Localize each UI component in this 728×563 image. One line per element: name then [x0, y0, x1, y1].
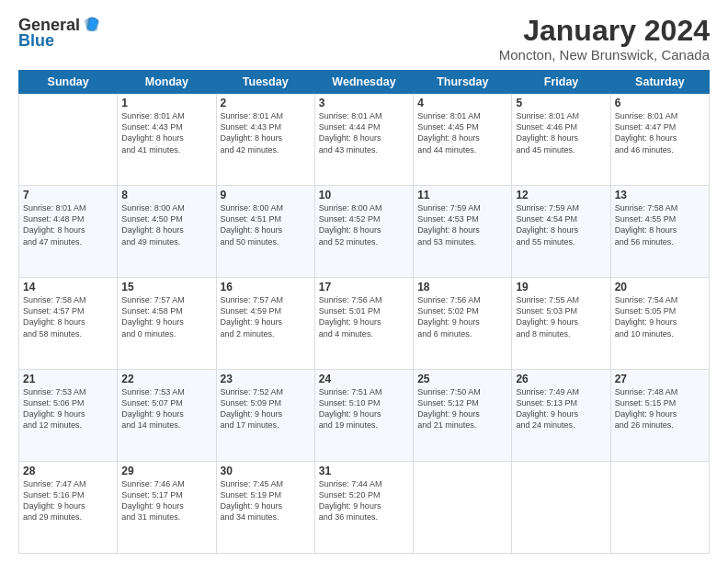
- day-number: 25: [417, 373, 507, 385]
- day-number: 18: [417, 281, 507, 293]
- day-number: 4: [417, 97, 507, 109]
- day-info: Sunrise: 8:00 AM Sunset: 4:50 PM Dayligh…: [121, 202, 211, 247]
- page: General Blue January 2024 Moncton, New B…: [0, 0, 728, 563]
- day-info: Sunrise: 7:57 AM Sunset: 4:58 PM Dayligh…: [121, 294, 211, 339]
- calendar-cell: 8Sunrise: 8:00 AM Sunset: 4:50 PM Daylig…: [118, 186, 216, 278]
- calendar-cell: 17Sunrise: 7:56 AM Sunset: 5:01 PM Dayli…: [314, 278, 413, 370]
- day-info: Sunrise: 7:50 AM Sunset: 5:12 PM Dayligh…: [417, 386, 507, 431]
- calendar-cell: 22Sunrise: 7:53 AM Sunset: 5:07 PM Dayli…: [118, 370, 216, 462]
- day-info: Sunrise: 7:59 AM Sunset: 4:53 PM Dayligh…: [417, 202, 507, 247]
- logo: General Blue: [18, 15, 102, 51]
- calendar-cell: [610, 462, 709, 554]
- day-info: Sunrise: 7:47 AM Sunset: 5:16 PM Dayligh…: [23, 478, 113, 523]
- day-number: 11: [417, 189, 507, 201]
- calendar-cell: 7Sunrise: 8:01 AM Sunset: 4:48 PM Daylig…: [19, 186, 118, 278]
- day-number: 13: [615, 189, 705, 201]
- calendar-cell: [414, 462, 512, 554]
- calendar-cell: 24Sunrise: 7:51 AM Sunset: 5:10 PM Dayli…: [314, 370, 413, 462]
- day-info: Sunrise: 7:44 AM Sunset: 5:20 PM Dayligh…: [319, 478, 409, 523]
- weekday-header-wednesday: Wednesday: [314, 71, 413, 94]
- day-number: 24: [319, 373, 409, 385]
- day-number: 1: [121, 97, 211, 109]
- day-number: 22: [121, 373, 211, 385]
- day-info: Sunrise: 8:01 AM Sunset: 4:44 PM Dayligh…: [319, 110, 409, 155]
- day-number: 9: [221, 189, 311, 201]
- day-info: Sunrise: 7:53 AM Sunset: 5:07 PM Dayligh…: [121, 386, 211, 431]
- calendar-week-4: 21Sunrise: 7:53 AM Sunset: 5:06 PM Dayli…: [19, 370, 710, 462]
- calendar-cell: 13Sunrise: 7:58 AM Sunset: 4:55 PM Dayli…: [610, 186, 709, 278]
- calendar-cell: 2Sunrise: 8:01 AM Sunset: 4:43 PM Daylig…: [216, 94, 314, 186]
- calendar-cell: 3Sunrise: 8:01 AM Sunset: 4:44 PM Daylig…: [314, 94, 413, 186]
- header: General Blue January 2024 Moncton, New B…: [18, 15, 710, 63]
- calendar-cell: 15Sunrise: 7:57 AM Sunset: 4:58 PM Dayli…: [118, 278, 216, 370]
- day-info: Sunrise: 7:56 AM Sunset: 5:02 PM Dayligh…: [417, 294, 507, 339]
- day-info: Sunrise: 7:56 AM Sunset: 5:01 PM Dayligh…: [319, 294, 409, 339]
- day-number: 28: [23, 465, 113, 477]
- title-block: January 2024 Moncton, New Brunswick, Can…: [499, 15, 710, 63]
- day-number: 27: [615, 373, 705, 385]
- day-info: Sunrise: 8:01 AM Sunset: 4:43 PM Dayligh…: [221, 110, 311, 155]
- day-number: 16: [221, 281, 311, 293]
- day-number: 6: [615, 97, 705, 109]
- calendar-cell: 4Sunrise: 8:01 AM Sunset: 4:45 PM Daylig…: [414, 94, 512, 186]
- day-info: Sunrise: 8:01 AM Sunset: 4:47 PM Dayligh…: [615, 110, 705, 155]
- calendar-cell: 16Sunrise: 7:57 AM Sunset: 4:59 PM Dayli…: [216, 278, 314, 370]
- day-number: 19: [516, 281, 606, 293]
- calendar-cell: [512, 462, 610, 554]
- day-info: Sunrise: 7:51 AM Sunset: 5:10 PM Dayligh…: [319, 386, 409, 431]
- day-number: 20: [615, 281, 705, 293]
- weekday-header-friday: Friday: [512, 71, 610, 94]
- day-info: Sunrise: 8:01 AM Sunset: 4:48 PM Dayligh…: [23, 202, 113, 247]
- day-info: Sunrise: 8:01 AM Sunset: 4:45 PM Dayligh…: [417, 110, 507, 155]
- day-number: 31: [319, 465, 409, 477]
- day-info: Sunrise: 8:00 AM Sunset: 4:52 PM Dayligh…: [319, 202, 409, 247]
- day-info: Sunrise: 8:01 AM Sunset: 4:43 PM Dayligh…: [121, 110, 211, 155]
- day-info: Sunrise: 8:00 AM Sunset: 4:51 PM Dayligh…: [221, 202, 311, 247]
- logo-icon: [82, 15, 102, 35]
- calendar-week-2: 7Sunrise: 8:01 AM Sunset: 4:48 PM Daylig…: [19, 186, 710, 278]
- calendar-week-5: 28Sunrise: 7:47 AM Sunset: 5:16 PM Dayli…: [19, 462, 710, 554]
- day-info: Sunrise: 7:53 AM Sunset: 5:06 PM Dayligh…: [23, 386, 113, 431]
- calendar-cell: 10Sunrise: 8:00 AM Sunset: 4:52 PM Dayli…: [314, 186, 413, 278]
- calendar-cell: 1Sunrise: 8:01 AM Sunset: 4:43 PM Daylig…: [118, 94, 216, 186]
- day-number: 26: [516, 373, 606, 385]
- calendar-cell: 23Sunrise: 7:52 AM Sunset: 5:09 PM Dayli…: [216, 370, 314, 462]
- day-number: 17: [319, 281, 409, 293]
- day-info: Sunrise: 7:45 AM Sunset: 5:19 PM Dayligh…: [221, 478, 311, 523]
- calendar-cell: 27Sunrise: 7:48 AM Sunset: 5:15 PM Dayli…: [610, 370, 709, 462]
- day-info: Sunrise: 7:59 AM Sunset: 4:54 PM Dayligh…: [516, 202, 606, 247]
- calendar-table: SundayMondayTuesdayWednesdayThursdayFrid…: [18, 70, 710, 554]
- day-info: Sunrise: 7:46 AM Sunset: 5:17 PM Dayligh…: [121, 478, 211, 523]
- calendar-cell: 20Sunrise: 7:54 AM Sunset: 5:05 PM Dayli…: [610, 278, 709, 370]
- day-info: Sunrise: 7:58 AM Sunset: 4:55 PM Dayligh…: [615, 202, 705, 247]
- calendar-cell: 28Sunrise: 7:47 AM Sunset: 5:16 PM Dayli…: [19, 462, 118, 554]
- day-number: 7: [23, 189, 113, 201]
- day-info: Sunrise: 7:58 AM Sunset: 4:57 PM Dayligh…: [23, 294, 113, 339]
- weekday-header-thursday: Thursday: [414, 71, 512, 94]
- calendar-cell: 12Sunrise: 7:59 AM Sunset: 4:54 PM Dayli…: [512, 186, 610, 278]
- day-number: 21: [23, 373, 113, 385]
- calendar-cell: 30Sunrise: 7:45 AM Sunset: 5:19 PM Dayli…: [216, 462, 314, 554]
- calendar-week-1: 1Sunrise: 8:01 AM Sunset: 4:43 PM Daylig…: [19, 94, 710, 186]
- day-number: 12: [516, 189, 606, 201]
- calendar-week-3: 14Sunrise: 7:58 AM Sunset: 4:57 PM Dayli…: [19, 278, 710, 370]
- calendar-cell: 9Sunrise: 8:00 AM Sunset: 4:51 PM Daylig…: [216, 186, 314, 278]
- calendar-location: Moncton, New Brunswick, Canada: [499, 47, 710, 63]
- calendar-cell: 25Sunrise: 7:50 AM Sunset: 5:12 PM Dayli…: [414, 370, 512, 462]
- day-number: 8: [121, 189, 211, 201]
- weekday-header-tuesday: Tuesday: [216, 71, 314, 94]
- calendar-cell: 11Sunrise: 7:59 AM Sunset: 4:53 PM Dayli…: [414, 186, 512, 278]
- logo-blue-text: Blue: [18, 31, 54, 51]
- day-info: Sunrise: 7:54 AM Sunset: 5:05 PM Dayligh…: [615, 294, 705, 339]
- day-number: 15: [121, 281, 211, 293]
- day-number: 2: [221, 97, 311, 109]
- weekday-header-saturday: Saturday: [610, 71, 709, 94]
- day-number: 29: [121, 465, 211, 477]
- day-info: Sunrise: 7:48 AM Sunset: 5:15 PM Dayligh…: [615, 386, 705, 431]
- day-number: 23: [221, 373, 311, 385]
- day-number: 30: [221, 465, 311, 477]
- weekday-header-row: SundayMondayTuesdayWednesdayThursdayFrid…: [19, 71, 710, 94]
- day-info: Sunrise: 7:49 AM Sunset: 5:13 PM Dayligh…: [516, 386, 606, 431]
- day-number: 5: [516, 97, 606, 109]
- calendar-title: January 2024: [499, 15, 710, 47]
